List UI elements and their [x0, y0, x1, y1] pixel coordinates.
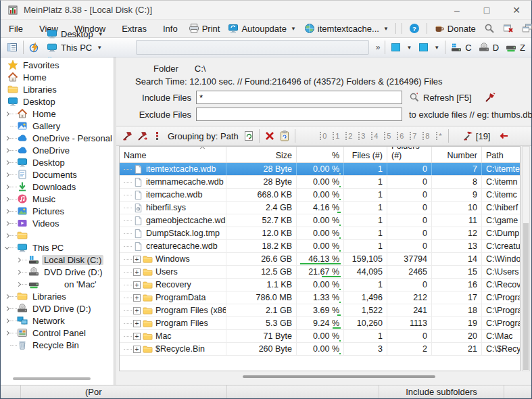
quick-start-button[interactable] — [26, 41, 43, 54]
drive-button-d[interactable]: D — [475, 41, 502, 54]
pickaxe-count-button[interactable]: [19] — [461, 130, 493, 142]
sidebar-item-desktop[interactable]: Desktop — [1, 156, 114, 168]
tool-hammer-arrow-button[interactable] — [135, 130, 150, 142]
sidebar-item-onedrive[interactable]: OneDrive — [1, 144, 114, 156]
chevron-right-icon[interactable] — [3, 161, 10, 164]
refresh-label[interactable]: Refresh [F5] — [423, 93, 472, 103]
donate-button[interactable]: Donate — [431, 22, 479, 35]
chevron-right-icon[interactable] — [3, 307, 10, 310]
sidebar-item-control-panel[interactable]: Control Panel — [1, 327, 114, 339]
chevron-right-icon[interactable] — [3, 149, 10, 152]
expand-plus-icon[interactable]: + — [133, 256, 141, 263]
sidebar-item-dvd-drive-d-[interactable]: DVD Drive (D:) — [1, 266, 114, 278]
chevron-right-icon[interactable] — [3, 197, 10, 201]
autoupdate-button[interactable]: Autoupdate▼ — [225, 22, 298, 35]
table-row[interactable]: hiberfil.sys2.4 GB4.16 %1010C:\hiberf — [120, 202, 520, 214]
clear-brush-icon[interactable] — [485, 92, 495, 103]
chevron-right-icon[interactable] — [3, 137, 10, 140]
more-buttons-chevron[interactable]: » — [373, 43, 383, 52]
expand-plus-icon[interactable]: + — [133, 346, 141, 353]
table-row[interactable]: +Program Files5.3 GB9.24 %10,260111319C:… — [120, 317, 520, 330]
expand-plus-icon[interactable]: + — [133, 281, 141, 289]
sidebar-item-recycle-bin[interactable]: Recycle Bin — [1, 339, 114, 351]
details-view-button[interactable] — [3, 41, 21, 54]
sidebar-item-favorites[interactable]: Favorites — [1, 59, 114, 71]
chevron-right-icon[interactable] — [3, 331, 10, 335]
sidebar-item-unnamed[interactable] — [1, 229, 114, 241]
minimize-button[interactable]: – — [442, 1, 472, 19]
chevron-down-icon[interactable] — [3, 247, 10, 249]
sidebar-item-onedrive-personal[interactable]: OneDrive - Personal — [1, 132, 114, 144]
sidebar-item-pictures[interactable]: Pictures — [1, 205, 114, 217]
sidebar-item-local-disk-c-[interactable]: Local Disk (C:) — [1, 254, 114, 266]
table-row[interactable]: itemtextcache.wdb28 Byte0.00 %107C:\item… — [120, 163, 520, 176]
table-row[interactable]: itemnamecache.wdb28 Byte0.00 %108C:\item… — [120, 176, 520, 189]
table-row[interactable]: +Users12.5 GB21.67 %44,095246515C:\Users — [120, 266, 520, 279]
sidebar-item-libraries[interactable]: Libraries — [1, 83, 114, 95]
drive-button-z[interactable]: Z — [502, 41, 529, 54]
sidebar-item-libraries[interactable]: Libraries — [1, 290, 114, 302]
sidebar-item-dvd-drive-d-[interactable]: DVD Drive (D:) — [1, 302, 114, 314]
close-window-button[interactable] — [500, 22, 516, 35]
table-row[interactable]: +Windows26.6 GB46.13 %159,1053779414C:\W… — [120, 253, 520, 266]
table-row[interactable]: +Recovery1.1 KB0.00 %1016C:\Recov — [120, 279, 520, 291]
chevron-right-icon[interactable] — [3, 112, 10, 116]
include-files-input[interactable] — [196, 91, 402, 104]
table-row[interactable]: +Mac71 Byte0.00 %1020C:\Mac — [120, 330, 520, 343]
table-row[interactable]: DumpStack.log.tmp12.0 KB0.00 %1012C:\Dum… — [120, 227, 520, 240]
close-button[interactable]: ✕ — [502, 1, 531, 19]
print-button[interactable]: Print — [186, 22, 223, 35]
sidebar-item-desktop[interactable]: Desktop — [1, 95, 114, 108]
group-level-button-0[interactable]: 0 — [317, 129, 330, 143]
color-swatch-button-1[interactable]: ▼ — [387, 41, 415, 54]
regroup-button[interactable] — [241, 130, 256, 142]
sidebar-item-network[interactable]: Network — [1, 314, 114, 327]
table-row[interactable]: creaturecache.wdb18.2 KB0.00 %1013C:\cre… — [120, 240, 520, 253]
chevron-right-icon[interactable] — [3, 295, 10, 298]
chevron-right-icon[interactable] — [15, 283, 22, 286]
group-level-button-2[interactable]: 2 — [343, 129, 356, 143]
column-header-files-[interactable]: Files (#) — [344, 147, 387, 162]
maximize-button[interactable]: □ — [472, 1, 502, 19]
group-level-button-6[interactable]: 6 — [394, 129, 407, 143]
expand-plus-icon[interactable]: + — [133, 307, 141, 314]
chevron-right-icon[interactable] — [15, 258, 22, 262]
group-level-button-7[interactable]: 7 — [407, 129, 420, 143]
crumb-this-pc[interactable]: This PC▼ — [43, 41, 132, 54]
paste-refresh-button[interactable] — [277, 130, 292, 142]
group-level-button-1[interactable]: 1 — [330, 129, 343, 143]
chevron-right-icon[interactable] — [3, 222, 10, 225]
column-header-size[interactable]: Size — [226, 147, 297, 162]
help-button[interactable]: ? — [406, 22, 422, 35]
back-button[interactable] — [496, 130, 511, 142]
chevron-right-icon[interactable] — [3, 319, 10, 323]
menu-file[interactable]: File — [1, 21, 31, 37]
chevron-right-icon[interactable] — [3, 234, 10, 237]
search-button[interactable] — [481, 22, 498, 35]
group-level-button-3[interactable]: 3 — [356, 129, 368, 143]
chevron-right-icon[interactable] — [15, 271, 22, 274]
sidebar-item-gallery[interactable]: Gallery — [1, 120, 114, 132]
exclude-files-input[interactable] — [196, 108, 402, 121]
chevron-right-icon[interactable] — [3, 173, 10, 177]
group-level-button-4[interactable]: 4 — [368, 129, 381, 143]
column-header-number[interactable]: Number — [432, 147, 482, 162]
table-horizontal-scrollbar[interactable] — [119, 375, 521, 381]
drive-button-c[interactable]: C — [448, 41, 475, 54]
column-header-folders-[interactable]: Folders (#) — [387, 147, 432, 162]
group-level-button-all[interactable]: * — [433, 129, 445, 143]
sidebar-item-this-pc[interactable]: This PC — [1, 241, 114, 254]
color-swatch-button-2[interactable]: ▼ — [415, 41, 443, 54]
sidebar-item-home[interactable]: Home — [1, 108, 114, 120]
website-button[interactable]: itemtextcache...▼ — [301, 22, 391, 35]
sidebar-horizontal-scrollbar[interactable] — [1, 377, 114, 381]
cascade-windows-button[interactable] — [519, 22, 532, 35]
expand-plus-icon[interactable]: + — [133, 268, 141, 276]
clear-list-button[interactable] — [262, 130, 277, 142]
expand-plus-icon[interactable]: + — [133, 294, 141, 302]
chevron-right-icon[interactable] — [3, 185, 10, 189]
table-row[interactable]: +Program Files (x86)2.1 GB3.69 %1,522241… — [120, 304, 520, 317]
refresh-search-icon[interactable] — [409, 92, 420, 103]
chevron-right-icon[interactable] — [3, 210, 10, 213]
sidebar-item-on-mac-[interactable]: on 'Mac' — [1, 278, 114, 290]
